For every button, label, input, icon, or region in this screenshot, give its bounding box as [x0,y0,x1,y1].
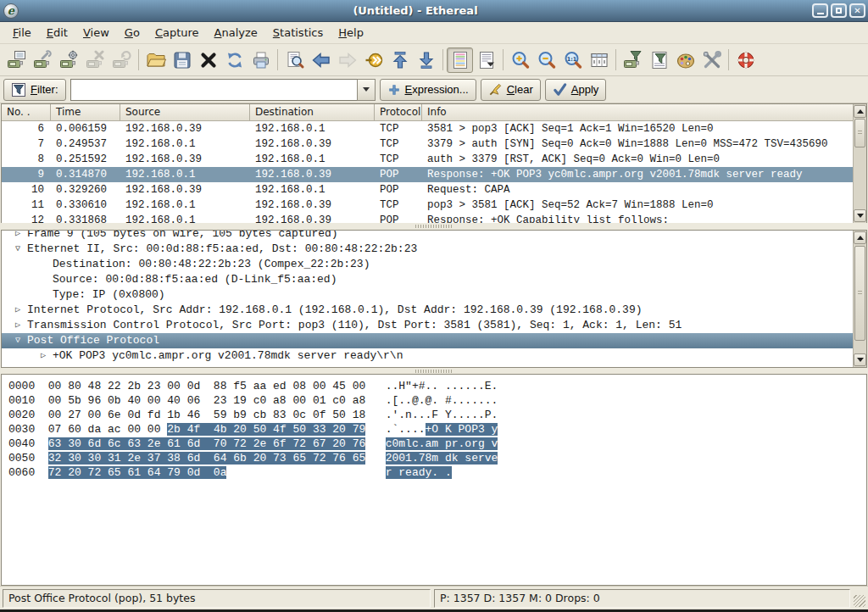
colorize-icon[interactable] [447,47,473,73]
help-icon[interactable] [732,47,759,73]
packet-list-scrollbar[interactable] [853,104,866,223]
packet-details-pane: ▷Frame 9 (105 bytes on wire, 105 bytes c… [1,230,867,368]
scroll-down-arrow[interactable] [854,353,866,366]
menu-analyze[interactable]: Analyze [207,24,265,42]
tree-expander-icon[interactable]: ▷ [8,303,27,318]
hex-row-0060[interactable]: 006072 20 72 65 61 64 79 0d 0a r ready. … [8,465,866,480]
menu-edit[interactable]: Edit [39,24,75,42]
apply-button-label: Apply [571,83,599,96]
clear-button[interactable]: Clear [481,79,541,101]
title-bar[interactable]: e (Untitled) - Ethereal ✕ [0,0,868,22]
hex-row-0050[interactable]: 005032 30 30 31 2e 37 38 6d 64 6b 20 73 … [8,451,866,465]
hex-row-0020[interactable]: 002000 27 00 6e 0d fd 1b 46 59 b9 cb 83 … [8,408,866,422]
find-packet-icon[interactable] [281,47,308,73]
tree-expander-icon[interactable]: ▽ [8,242,27,257]
detail-line[interactable]: ▷Frame 9 (105 bytes on wire, 105 bytes c… [2,230,866,242]
menu-go[interactable]: Go [117,24,147,42]
list-interfaces-icon[interactable] [3,47,30,73]
print-icon[interactable] [248,47,274,73]
menu-statistics[interactable]: Statistics [265,24,331,42]
zoom-normal-icon[interactable]: 1:1 [559,47,586,73]
column-header-source[interactable]: Source [120,104,250,121]
tree-expander-icon[interactable]: ▷ [8,230,27,242]
column-header-protocol[interactable]: Protocol [375,104,422,121]
detail-line[interactable]: ▷Transmission Control Protocol, Src Port… [2,318,866,333]
capture-start-icon[interactable] [56,47,82,73]
maximize-button[interactable] [831,3,847,18]
tree-expander-icon[interactable]: ▽ [8,333,27,348]
detail-line[interactable]: ▽Post Office Protocol [2,333,866,348]
open-file-icon[interactable] [142,47,169,73]
detail-line[interactable]: Destination: 00:80:48:22:2b:23 (Compex_2… [2,257,866,272]
hex-dump-pane: 000000 80 48 22 2b 23 00 0d 88 f5 aa ed … [1,374,867,586]
details-scrollbar[interactable] [853,231,866,367]
go-to-top-icon[interactable] [387,47,413,73]
hex-row-0010[interactable]: 001000 5b 96 0b 40 00 40 06 23 19 c0 a8 … [8,393,866,408]
detail-line[interactable]: ▷+OK POP3 yc0mlc.ampr.org v2001.78mdk se… [2,348,866,364]
scroll-up-arrow[interactable] [854,105,866,118]
preferences-icon[interactable] [698,47,725,73]
filter-button[interactable]: Filter: [3,79,66,101]
menu-help[interactable]: Help [331,24,371,42]
column-header-info[interactable]: Info [422,104,854,121]
capture-filters-icon[interactable] [620,47,646,73]
window-resize-grip[interactable] [854,595,865,607]
detail-line[interactable]: Type: IP (0x0800) [2,287,866,303]
zoom-out-icon[interactable] [533,47,559,73]
packet-row-7[interactable]: 70.249537192.168.0.1192.168.0.39TCP3379 … [2,136,854,152]
go-back-icon[interactable] [308,47,334,73]
go-to-packet-icon[interactable] [360,47,387,73]
detail-tree: ▷Frame 9 (105 bytes on wire, 105 bytes c… [2,230,866,364]
reload-icon[interactable] [221,47,248,73]
menu-view[interactable]: View [75,24,117,42]
clear-button-label: Clear [507,83,533,96]
zoom-in-icon[interactable] [507,47,533,73]
detail-line[interactable]: ▽Ethernet II, Src: 00:0d:88:f5:aa:ed, Ds… [2,242,866,257]
save-file-icon[interactable] [169,47,195,73]
packet-list-scroll-thumb[interactable] [854,119,865,147]
expression-button[interactable]: Expression... [380,79,476,101]
menu-capture[interactable]: Capture [147,24,207,42]
tree-expander-icon[interactable]: ▷ [8,318,27,333]
auto-scroll-icon[interactable] [473,47,499,73]
filter-input[interactable] [70,79,357,101]
packet-row-8[interactable]: 80.251592192.168.0.39192.168.0.1TCPauth … [2,152,854,167]
detail-line[interactable]: ▷Internet Protocol, Src Addr: 192.168.0.… [2,303,866,318]
filter-icon [11,82,26,97]
column-header-no[interactable]: No. . [2,104,51,121]
coloring-rules-icon[interactable] [672,47,698,73]
menu-bar: FileEditViewGoCaptureAnalyzeStatisticsHe… [0,22,868,44]
details-scroll-thumb[interactable] [854,246,865,341]
close-file-icon[interactable] [195,47,221,73]
apply-button[interactable]: Apply [545,79,607,101]
minimize-button[interactable] [812,3,828,18]
column-header-destination[interactable]: Destination [250,104,375,121]
resize-columns-icon[interactable] [586,47,612,73]
hex-row-0030[interactable]: 003007 60 da ac 00 00 2b 4f 4b 20 50 4f … [8,422,866,437]
filter-combo-dropdown[interactable] [357,79,376,101]
packet-row-11[interactable]: 110.330610192.168.0.1192.168.0.39TCPpop3… [2,198,854,213]
menu-file[interactable]: File [5,24,39,42]
hex-row-0000[interactable]: 000000 80 48 22 2b 23 00 0d 88 f5 aa ed … [8,379,866,393]
column-header-time[interactable]: Time [51,104,120,121]
pane-separator-1[interactable] [1,223,867,230]
packet-row-9[interactable]: 90.314870192.168.0.1192.168.0.39POPRespo… [2,167,854,182]
status-packet-counts: P: 1357 D: 1357 M: 0 Drops: 0 [434,589,850,608]
packet-row-10[interactable]: 100.329260192.168.0.39192.168.0.1POPRequ… [2,182,854,198]
tree-indent [34,272,53,287]
ethereal-app-icon: e [3,3,19,19]
display-filters-icon[interactable] [646,47,672,73]
close-button[interactable]: ✕ [849,3,865,18]
capture-options-icon[interactable] [30,47,56,73]
go-to-bottom-icon[interactable] [413,47,439,73]
packet-list-pane: No. .TimeSourceDestinationProtocolInfo 6… [1,103,867,224]
detail-line[interactable]: Source: 00:0d:88:f5:aa:ed (D-Link_f5:aa:… [2,272,866,287]
hex-row-0040[interactable]: 004063 30 6d 6c 63 2e 61 6d 70 72 2e 6f … [8,437,866,451]
tree-expander-icon[interactable]: ▷ [34,348,53,364]
scroll-down-arrow[interactable] [854,209,866,222]
packet-row-6[interactable]: 60.006159192.168.0.39192.168.0.1TCP3581 … [2,121,854,136]
scroll-up-arrow[interactable] [854,231,866,244]
window-title: (Untitled) - Ethereal [19,4,812,17]
svg-text:1:1: 1:1 [566,55,576,62]
packet-list-body: 60.006159192.168.0.39192.168.0.1TCP3581 … [2,121,854,224]
